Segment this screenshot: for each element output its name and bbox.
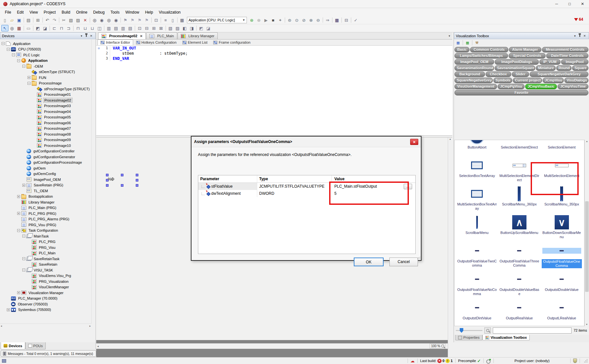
tree-item-cpu-705003[interactable]: −CPUCPU (705003) [0, 47, 91, 52]
category-saveanimationsquare[interactable]: SaveanimationSquare [495, 65, 535, 71]
ok-button[interactable]: OK [354, 258, 384, 266]
tree-item-plc-manager-70-0000[interactable]: PLCPLC_Manager (70.0000) [0, 296, 91, 302]
tree-item-stprocimagetype-struct[interactable]: stProcImageType (STRUCT) [0, 86, 91, 92]
tab-library-manager[interactable]: Library Manager [178, 32, 218, 39]
menu-tools[interactable]: Tools [108, 9, 122, 16]
toolbox-item-multiselectionboxtextarray[interactable]: MultiSelectionBoxTextArray [456, 185, 498, 214]
tree-expander-icon[interactable]: − [22, 65, 25, 68]
save-visu-icon[interactable]: ◩ [34, 25, 41, 31]
order-forward-icon[interactable]: ⊞ [150, 25, 157, 31]
tree-expander-icon[interactable]: + [7, 308, 10, 311]
tree-item-systembus-705000[interactable]: +Systembus (705000) [0, 307, 91, 313]
selection-handle-n[interactable] [121, 174, 123, 176]
tree-item-processimage01[interactable]: ProcessImage01 [0, 92, 91, 98]
toolbox-item-outputstfloatvaluenocomma[interactable]: OutputstFloatValueNoComma [456, 271, 498, 299]
tab-visualization-toolbox[interactable]: Visualization Toolbox [482, 335, 530, 340]
tab-overflow-button[interactable]: ▾ [446, 32, 452, 39]
tree-item-bootapplication[interactable]: +Bootapplication [0, 194, 91, 200]
category-saveanimationround[interactable]: SaveanimationRound [455, 65, 494, 71]
category-alarm-manager[interactable]: Alarm Manager [509, 47, 541, 52]
category-imagepool[interactable]: ImagePool [561, 59, 588, 65]
tab-properties[interactable]: Properties [455, 335, 482, 340]
align-center-icon[interactable]: ⊓ [58, 25, 65, 31]
category-symbols[interactable]: Symbols [493, 78, 512, 83]
menu-online[interactable]: Online [73, 9, 90, 16]
tree-item-library-manager[interactable]: Library Manager [0, 199, 91, 205]
toolbox-item-selectionelementdirect[interactable]: SelectionElementDirect [498, 140, 541, 157]
toolbox-search-input[interactable] [493, 327, 572, 334]
fold-marker-icon[interactable]: ⊟ [96, 46, 101, 51]
toolbox-item-outputstfloatvaluetwocomma[interactable]: OutputstFloatValueTwoComma [456, 242, 498, 271]
toolbox-list-view-icon[interactable]: ▦ [465, 40, 470, 46]
category-jcmppgvisu[interactable]: JCmpPgVisu [498, 84, 525, 89]
check-all-icon[interactable]: ✓ [352, 17, 359, 23]
selection-handle-e[interactable] [136, 179, 138, 182]
align-bottom-icon[interactable]: ⊔ [89, 25, 96, 31]
new-file-icon[interactable]: ▯ [1, 17, 8, 23]
breakpoint-icon[interactable]: ⊖ [315, 17, 322, 23]
tree-item-plc-prg-prg[interactable]: +PLC_PRG (PRG) [0, 211, 91, 216]
make-same-height-icon[interactable]: ▤ [127, 25, 134, 31]
category-imagepool-oem[interactable]: ImagePool_OEM [455, 59, 494, 65]
toolbox-close-button[interactable]: ✕ [582, 34, 587, 38]
options-dropdown-icon[interactable]: ≡ [162, 17, 169, 23]
category-imagepooldialogs[interactable]: ImagePoolDialogs [495, 59, 539, 65]
order-backward-icon[interactable]: ⊠ [157, 25, 165, 31]
zoom-tool-icon[interactable]: ◎ [8, 25, 16, 31]
dialog-close-button[interactable]: ✕ [410, 139, 418, 145]
category-measurement-controls[interactable]: Measurement Controls [542, 47, 588, 52]
tree-expander-icon[interactable]: − [22, 257, 25, 260]
tree-item-observer-705003[interactable]: Observer (705003) [0, 301, 91, 307]
messages-bar[interactable]: Messages - Total 0 error(s), 1 warning(s… [1, 350, 96, 357]
toolbox-item-selectionelement[interactable]: SelectionElement [540, 140, 583, 157]
tree-item-visuelems-visu-prg[interactable]: VisuElems.Visu_Prg [0, 273, 91, 279]
dialog-resize-grip[interactable] [417, 256, 420, 259]
tree-expander-icon[interactable]: − [2, 42, 5, 45]
category-common-controls[interactable]: Common Controls [470, 47, 508, 52]
category-lamps-switches-bitmaps[interactable]: Lamps/Switches/Bitmaps [455, 53, 508, 59]
tree-item-saveretaintask[interactable]: −SaveRetainTask [0, 256, 91, 262]
space-v-icon[interactable]: ▤ [112, 25, 120, 31]
menu-view[interactable]: View [27, 9, 41, 16]
toolbox-item-outputstdintvalue[interactable]: OutputstDintValue [456, 299, 498, 326]
window-resize-grip[interactable] [583, 358, 588, 363]
category-slider[interactable]: Slider [512, 72, 529, 77]
tree-expander-icon[interactable]: − [17, 59, 20, 62]
category-current-project[interactable]: Current project [513, 78, 542, 83]
menu-file[interactable]: File [2, 9, 14, 16]
interface-code-editor[interactable]: ⊟1VAR_IN_OUT2 stOem : stOemType;3END_VAR [96, 46, 452, 135]
grid-tool-icon[interactable]: ▦ [16, 25, 23, 31]
tree-item-prg-visu[interactable]: PRG_Visu [0, 245, 91, 250]
make-same-width-icon[interactable]: ▥ [120, 25, 127, 31]
category-ip-vum[interactable]: IP_VUM [539, 59, 560, 65]
scroll-left-icon[interactable]: ◂ [97, 345, 99, 348]
subtab-frame-configuration[interactable]: Frame configuration [210, 39, 253, 45]
canvas-vertical-scrollbar[interactable]: ▴ [448, 138, 452, 364]
group-icon[interactable]: ▧ [167, 25, 174, 31]
redo-icon[interactable]: ↷ [51, 17, 58, 23]
replace-icon[interactable]: ◎ [105, 17, 112, 23]
tree-item-processimage03[interactable]: ProcessImage03 [0, 103, 91, 109]
selection-handle-nw[interactable] [106, 174, 109, 176]
category-miniature[interactable]: Miniature [536, 65, 556, 71]
tree-expander-icon[interactable]: − [22, 269, 25, 271]
subtab-hotkeys-configuration[interactable]: Hotkeys Configuration [133, 39, 179, 45]
replace-all-icon[interactable]: ◉ [112, 17, 120, 23]
save-icon[interactable]: ▣ [16, 17, 23, 23]
devices-close-button[interactable]: ✕ [89, 34, 94, 38]
tree-item-plc-prg[interactable]: PLC_PRG [0, 239, 91, 245]
find-next-icon[interactable]: ◉ [98, 17, 105, 23]
device-tree-vertical-scrollbar[interactable] [91, 39, 96, 324]
dialog-title-bar[interactable]: Assign parameters <OutputstFloatValueOne… [191, 137, 421, 147]
toolbox-search-icon[interactable] [484, 327, 491, 334]
step-over-icon[interactable]: ⊜ [286, 17, 293, 23]
tree-item-task-configuration[interactable]: −Task Configuration [0, 228, 91, 234]
tree-item-imagepool-oem[interactable]: ImagePool_OEM [0, 177, 91, 182]
tree-item-tl-oem[interactable]: TL_OEM [0, 188, 91, 194]
tab-pous[interactable]: POUs [25, 342, 46, 349]
selection-handle-ne[interactable] [136, 174, 138, 176]
tree-item-visuclientmanager[interactable]: VisuClientManager [0, 284, 91, 290]
copy-icon[interactable]: ▧ [67, 17, 75, 23]
delete-icon[interactable]: ✕ [82, 17, 89, 23]
tree-item-prg-visualization[interactable]: PRG_Visualization [0, 279, 91, 284]
